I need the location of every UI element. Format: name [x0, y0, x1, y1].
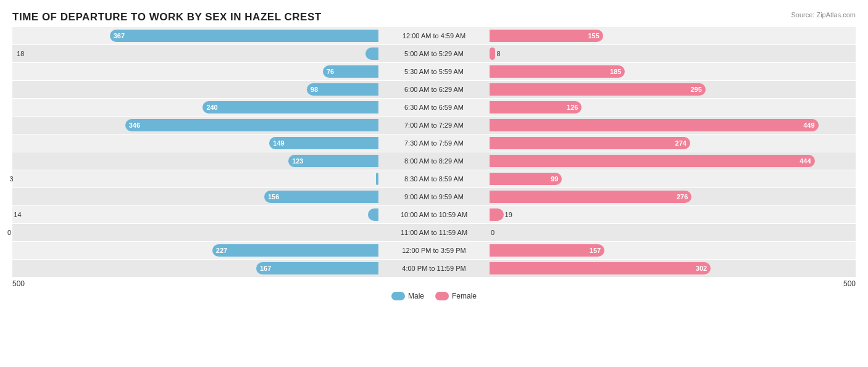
- left-bar-wrapper: 346: [12, 117, 378, 134]
- male-bar: 149: [269, 137, 378, 149]
- right-bar-wrapper: 126: [490, 99, 856, 116]
- right-half: 302: [490, 260, 856, 277]
- legend-female: Female: [435, 292, 477, 300]
- left-half: 3: [12, 170, 378, 188]
- female-value-label: 0: [491, 229, 495, 236]
- axis-right: 500: [843, 279, 856, 288]
- male-bar: 367: [110, 30, 378, 42]
- male-bar: 240: [202, 101, 378, 113]
- table-row: 76 5:30 AM to 5:59 AM 185: [12, 63, 856, 80]
- right-bar-wrapper: 302: [490, 260, 856, 277]
- table-row: 346 7:00 AM to 7:29 AM 449: [12, 117, 856, 134]
- male-value-inside: 149: [269, 139, 288, 147]
- chart-title: TIME OF DEPARTURE TO WORK BY SEX IN HAZE…: [12, 11, 856, 23]
- left-bar-wrapper: 76: [12, 63, 378, 80]
- male-label: Male: [408, 292, 424, 300]
- right-bar-wrapper: 0: [490, 224, 856, 241]
- female-bar: 155: [490, 30, 603, 42]
- female-value-inside: 449: [799, 122, 818, 129]
- left-bar-wrapper: 167: [12, 260, 378, 277]
- female-bar: 99: [490, 173, 562, 185]
- left-bar-wrapper: 149: [12, 134, 378, 152]
- left-half: 240: [12, 99, 378, 116]
- right-half: 274: [490, 134, 856, 152]
- male-value-inside: 76: [323, 68, 338, 75]
- time-label: 5:00 AM to 5:29 AM: [378, 50, 490, 57]
- male-bar: 346: [125, 119, 378, 131]
- right-bar-wrapper: 185: [490, 63, 856, 80]
- right-bar-wrapper: 444: [490, 152, 856, 170]
- female-value-inside: 126: [563, 104, 582, 111]
- table-row: 123 8:00 AM to 8:29 AM 444: [12, 152, 856, 170]
- male-swatch: [391, 292, 405, 300]
- right-half: 185: [490, 63, 856, 80]
- female-value-inside: 157: [586, 247, 604, 254]
- right-half: 295: [490, 81, 856, 98]
- left-bar-wrapper: 123: [12, 152, 378, 170]
- right-half: 276: [490, 188, 856, 205]
- legend: Male Female: [12, 292, 856, 300]
- right-bar-wrapper: 274: [490, 134, 856, 152]
- left-half: 76: [12, 63, 378, 80]
- table-row: 156 9:00 AM to 9:59 AM 276: [12, 188, 856, 205]
- left-half: 18: [12, 45, 378, 62]
- female-value-inside: 185: [606, 68, 625, 75]
- right-bar-wrapper: 8: [490, 45, 856, 62]
- left-bar-wrapper: 0: [12, 224, 378, 241]
- table-row: 240 6:30 AM to 6:59 AM 126: [12, 99, 856, 116]
- male-value-label: 18: [17, 50, 24, 57]
- female-value-label: 19: [505, 211, 512, 218]
- table-row: 14 10:00 AM to 10:59 AM 19: [12, 206, 856, 223]
- source-text: Source: ZipAtlas.com: [791, 11, 856, 19]
- female-bar: 276: [490, 191, 691, 203]
- female-value-inside: 155: [584, 32, 603, 39]
- male-value-inside: 346: [125, 122, 144, 129]
- table-row: 98 6:00 AM to 6:29 AM 295: [12, 81, 856, 98]
- left-half: 14: [12, 206, 378, 223]
- left-half: 227: [12, 242, 378, 259]
- chart-container: TIME OF DEPARTURE TO WORK BY SEX IN HAZE…: [0, 0, 868, 367]
- male-value-inside: 123: [288, 157, 307, 165]
- right-half: 126: [490, 99, 856, 116]
- male-value-label: 14: [14, 211, 21, 218]
- left-half: 123: [12, 152, 378, 170]
- right-half: 8: [490, 45, 856, 62]
- right-half: 19: [490, 206, 856, 223]
- axis-row: 500 500: [12, 279, 856, 288]
- time-label: 10:00 AM to 10:59 AM: [378, 211, 490, 218]
- male-bar: [365, 47, 378, 60]
- left-half: 367: [12, 27, 378, 44]
- left-half: 346: [12, 117, 378, 134]
- female-value-inside: 302: [692, 265, 711, 272]
- right-bar-wrapper: 19: [490, 206, 856, 223]
- left-half: 149: [12, 134, 378, 152]
- female-value-label: 8: [496, 50, 500, 57]
- time-label: 4:00 PM to 11:59 PM: [378, 265, 490, 272]
- right-half: 155: [490, 27, 856, 44]
- right-half: 449: [490, 117, 856, 134]
- male-value-inside: 227: [212, 247, 231, 254]
- female-bar: 126: [490, 101, 582, 113]
- table-row: 0 11:00 AM to 11:59 AM 0: [12, 224, 856, 241]
- male-bar: [368, 208, 378, 221]
- left-bar-wrapper: 156: [12, 188, 378, 205]
- time-label: 9:00 AM to 9:59 AM: [378, 193, 490, 200]
- female-bar: 274: [490, 137, 690, 149]
- right-bar-wrapper: 99: [490, 170, 856, 188]
- left-bar-wrapper: 367: [12, 27, 378, 44]
- time-label: 6:00 AM to 6:29 AM: [378, 86, 490, 93]
- female-bar: 295: [490, 83, 706, 96]
- left-bar-wrapper: 227: [12, 242, 378, 259]
- table-row: 167 4:00 PM to 11:59 PM 302: [12, 260, 856, 277]
- table-row: 367 12:00 AM to 4:59 AM 155: [12, 27, 856, 44]
- left-half: 0: [12, 224, 378, 241]
- female-value-inside: 276: [673, 193, 691, 200]
- right-half: 157: [490, 242, 856, 259]
- time-label: 11:00 AM to 11:59 AM: [378, 229, 490, 236]
- male-bar: 167: [256, 262, 378, 274]
- right-bar-wrapper: 155: [490, 27, 856, 44]
- time-label: 7:00 AM to 7:29 AM: [378, 122, 490, 129]
- left-half: 167: [12, 260, 378, 277]
- male-bar: 98: [307, 83, 378, 96]
- male-value-label: 3: [9, 175, 13, 183]
